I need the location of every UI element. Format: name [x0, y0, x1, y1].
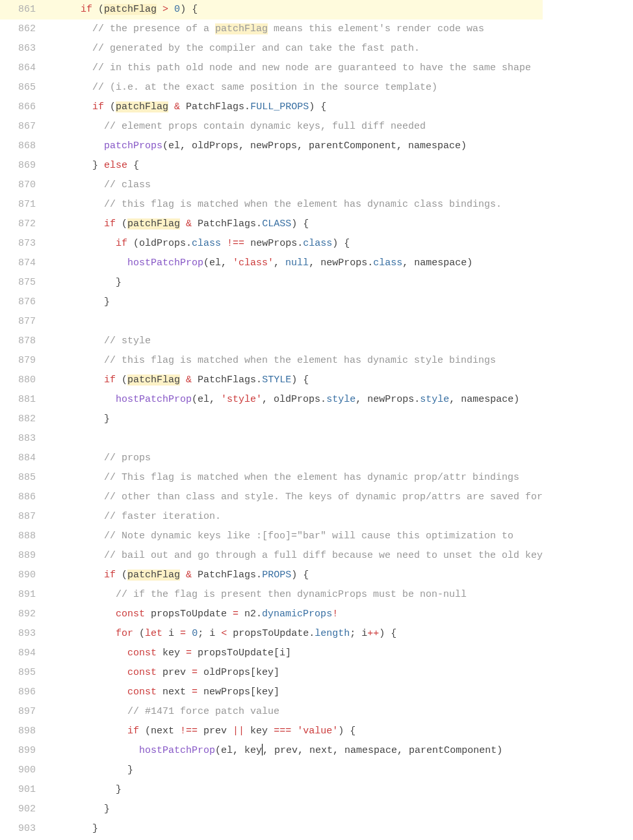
code-row[interactable]: 870 // class	[0, 176, 543, 195]
code-editor[interactable]: 861 if (patchFlag > 0) {862 // the prese…	[0, 0, 633, 839]
line-content[interactable]: if (patchFlag & PatchFlags.PROPS) {	[45, 566, 543, 585]
line-content[interactable]: hostPatchProp(el, 'class', null, newProp…	[45, 254, 543, 273]
code-row[interactable]: 892 const propsToUpdate = n2.dynamicProp…	[0, 605, 543, 624]
line-content[interactable]: // class	[45, 176, 543, 195]
code-row[interactable]: 879 // this flag is matched when the ele…	[0, 351, 543, 371]
line-content[interactable]: // faster iteration.	[45, 507, 543, 527]
code-row[interactable]: 876 }	[0, 293, 543, 312]
code-row[interactable]: 884 // props	[0, 449, 543, 468]
code-row[interactable]: 885 // This flag is matched when the ele…	[0, 468, 543, 488]
code-row[interactable]: 867 // element props contain dynamic key…	[0, 117, 543, 137]
code-row[interactable]: 893 for (let i = 0; i < propsToUpdate.le…	[0, 624, 543, 644]
line-number: 897	[0, 702, 45, 722]
code-row[interactable]: 873 if (oldProps.class !== newProps.clas…	[0, 234, 543, 254]
line-content[interactable]: }	[45, 293, 543, 312]
line-number: 867	[0, 117, 45, 137]
code-row[interactable]: 887 // faster iteration.	[0, 507, 543, 527]
line-content[interactable]: // this flag is matched when the element…	[45, 195, 543, 215]
token: const	[127, 687, 157, 698]
line-content[interactable]: if (next !== prev || key === 'value') {	[45, 722, 543, 741]
code-row[interactable]: 889 // bail out and go through a full di…	[0, 546, 543, 566]
line-content[interactable]: if (patchFlag & PatchFlags.STYLE) {	[45, 371, 543, 390]
code-row[interactable]: 866 if (patchFlag & PatchFlags.FULL_PROP…	[0, 98, 543, 117]
line-content[interactable]: if (oldProps.class !== newProps.class) {	[45, 234, 543, 254]
code-row[interactable]: 900 }	[0, 761, 543, 780]
line-content[interactable]: hostPatchProp(el, 'style', oldProps.styl…	[45, 390, 543, 410]
code-row[interactable]: 890 if (patchFlag & PatchFlags.PROPS) {	[0, 566, 543, 585]
code-row[interactable]: 875 }	[0, 273, 543, 293]
line-number: 890	[0, 566, 45, 585]
code-row[interactable]: 886 // other than class and style. The k…	[0, 488, 543, 507]
token: CLASS	[262, 218, 291, 230]
line-content[interactable]: // style	[45, 332, 543, 351]
code-row[interactable]: 881 hostPatchProp(el, 'style', oldProps.…	[0, 390, 543, 410]
line-content[interactable]: // other than class and style. The keys …	[45, 488, 543, 507]
line-content[interactable]: // bail out and go through a full diff b…	[45, 546, 543, 566]
token: }	[104, 296, 110, 308]
line-content[interactable]: }	[45, 273, 543, 293]
token: // generated by the compiler and can tak…	[92, 43, 420, 54]
line-content[interactable]: // the presence of a patchFlag means thi…	[45, 20, 543, 39]
code-row[interactable]: 888 // Note dynamic keys like :[foo]="ba…	[0, 527, 543, 546]
line-content[interactable]: const propsToUpdate = n2.dynamicProps!	[45, 605, 543, 624]
line-content[interactable]: if (patchFlag & PatchFlags.CLASS) {	[45, 215, 543, 234]
code-row[interactable]: 863 // generated by the compiler and can…	[0, 39, 543, 59]
code-row[interactable]: 898 if (next !== prev || key === 'value'…	[0, 722, 543, 741]
line-content[interactable]: const key = propsToUpdate[i]	[45, 644, 543, 663]
code-row[interactable]: 895 const prev = oldProps[key]	[0, 663, 543, 683]
code-row[interactable]: 872 if (patchFlag & PatchFlags.CLASS) {	[0, 215, 543, 234]
token: if	[127, 726, 139, 737]
line-content[interactable]: patchProps(el, oldProps, newProps, paren…	[45, 137, 543, 156]
line-content[interactable]: // #1471 force patch value	[45, 702, 543, 722]
line-content[interactable]: // element props contain dynamic keys, f…	[45, 117, 543, 137]
line-content[interactable]: for (let i = 0; i < propsToUpdate.length…	[45, 624, 543, 644]
line-number: 892	[0, 605, 45, 624]
code-row[interactable]: 861 if (patchFlag > 0) {	[0, 0, 543, 20]
line-content[interactable]: }	[45, 819, 543, 839]
token: ) {	[332, 238, 350, 249]
line-content[interactable]: // props	[45, 449, 543, 468]
line-number: 868	[0, 137, 45, 156]
code-row[interactable]: 871 // this flag is matched when the ele…	[0, 195, 543, 215]
line-content[interactable]: }	[45, 800, 543, 819]
line-content[interactable]	[45, 312, 543, 332]
line-content[interactable]: const next = newProps[key]	[45, 683, 543, 702]
code-row[interactable]: 901 }	[0, 780, 543, 800]
code-row[interactable]: 869 } else {	[0, 156, 543, 176]
line-content[interactable]: }	[45, 780, 543, 800]
code-row[interactable]: 862 // the presence of a patchFlag means…	[0, 20, 543, 39]
line-content[interactable]	[45, 429, 543, 449]
code-row[interactable]: 878 // style	[0, 332, 543, 351]
code-row[interactable]: 880 if (patchFlag & PatchFlags.STYLE) {	[0, 371, 543, 390]
line-content[interactable]: // generated by the compiler and can tak…	[45, 39, 543, 59]
line-content[interactable]: hostPatchProp(el, key, prev, next, names…	[45, 741, 543, 761]
line-content[interactable]: // in this path old node and new node ar…	[45, 59, 543, 78]
code-row[interactable]: 864 // in this path old node and new nod…	[0, 59, 543, 78]
line-content[interactable]: // this flag is matched when the element…	[45, 351, 543, 371]
code-row[interactable]: 899 hostPatchProp(el, key, prev, next, n…	[0, 741, 543, 761]
code-row[interactable]: 865 // (i.e. at the exact same position …	[0, 78, 543, 98]
code-row[interactable]: 868 patchProps(el, oldProps, newProps, p…	[0, 137, 543, 156]
code-row[interactable]: 894 const key = propsToUpdate[i]	[0, 644, 543, 663]
code-row[interactable]: 903 }	[0, 819, 543, 839]
line-content[interactable]: }	[45, 410, 543, 429]
code-row[interactable]: 897 // #1471 force patch value	[0, 702, 543, 722]
token: if	[104, 218, 116, 230]
line-content[interactable]: if (patchFlag & PatchFlags.FULL_PROPS) {	[45, 98, 543, 117]
code-row[interactable]: 902 }	[0, 800, 543, 819]
line-content[interactable]: // This flag is matched when the element…	[45, 468, 543, 488]
code-row[interactable]: 874 hostPatchProp(el, 'class', null, new…	[0, 254, 543, 273]
line-content[interactable]: const prev = oldProps[key]	[45, 663, 543, 683]
code-row[interactable]: 896 const next = newProps[key]	[0, 683, 543, 702]
code-row[interactable]: 882 }	[0, 410, 543, 429]
code-row[interactable]: 877	[0, 312, 543, 332]
code-row[interactable]: 891 // if the flag is present then dynam…	[0, 585, 543, 605]
line-content[interactable]: // (i.e. at the exact same position in t…	[45, 78, 543, 98]
line-content[interactable]: }	[45, 761, 543, 780]
line-number: 883	[0, 429, 45, 449]
line-content[interactable]: if (patchFlag > 0) {	[45, 0, 543, 20]
code-row[interactable]: 883	[0, 429, 543, 449]
line-content[interactable]: // if the flag is present then dynamicPr…	[45, 585, 543, 605]
line-content[interactable]: } else {	[45, 156, 543, 176]
line-content[interactable]: // Note dynamic keys like :[foo]="bar" w…	[45, 527, 543, 546]
